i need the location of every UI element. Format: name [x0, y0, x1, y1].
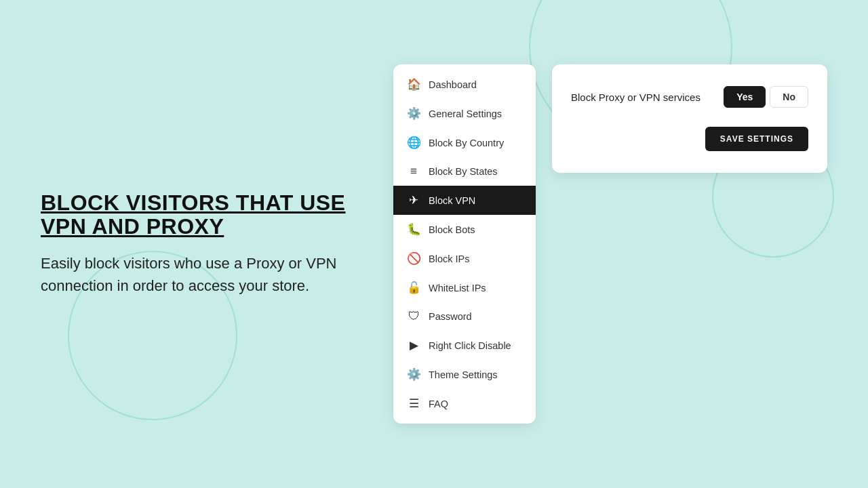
sidebar-item-block-vpn[interactable]: ✈ Block VPN	[393, 186, 536, 215]
sidebar-label-password: Password	[429, 311, 522, 322]
vpn-icon: ✈	[407, 193, 420, 207]
vpn-setting-label: Block Proxy or VPN services	[571, 92, 701, 103]
filter-icon: ≡	[407, 165, 420, 178]
unlock-icon: 🔓	[407, 281, 420, 295]
sidebar-label-block-ips: Block IPs	[429, 253, 522, 264]
right-section: 🏠 Dashboard ⚙️ General Settings 🌐 Block …	[393, 64, 827, 424]
page-description: Easily block visitors who use a Proxy or…	[41, 252, 353, 297]
sidebar-item-dashboard[interactable]: 🏠 Dashboard	[393, 70, 536, 99]
sidebar-label-block-by-states: Block By States	[429, 166, 522, 177]
shield-icon: 🛡	[407, 310, 420, 323]
sidebar-item-block-ips[interactable]: 🚫 Block IPs	[393, 244, 536, 273]
no-button[interactable]: No	[770, 86, 808, 108]
home-icon: 🏠	[407, 77, 420, 92]
sidebar-label-block-bots: Block Bots	[429, 224, 522, 235]
globe-icon: 🌐	[407, 136, 420, 150]
sidebar-label-block-vpn: Block VPN	[429, 195, 522, 206]
content-panel: Block Proxy or VPN services Yes No SAVE …	[552, 64, 827, 173]
block-icon: 🚫	[407, 251, 420, 266]
sidebar-label-right-click-disable: Right Click Disable	[429, 340, 522, 351]
sidebar-label-dashboard: Dashboard	[429, 79, 522, 90]
sidebar-label-theme-settings: Theme Settings	[429, 369, 522, 380]
sidebar-item-block-by-country[interactable]: 🌐 Block By Country	[393, 128, 536, 157]
bot-icon: 🐛	[407, 222, 420, 237]
page-title: BLOCK VISITORS THAT USE VPN AND PROXY	[41, 191, 353, 239]
sidebar-item-block-bots[interactable]: 🐛 Block Bots	[393, 215, 536, 244]
sidebar-item-theme-settings[interactable]: ⚙️ Theme Settings	[393, 360, 536, 389]
sidebar-item-faq[interactable]: ☰ FAQ	[393, 389, 536, 418]
sidebar-item-general-settings[interactable]: ⚙️ General Settings	[393, 99, 536, 128]
menu-icon: ☰	[407, 396, 420, 411]
sidebar-label-block-by-country: Block By Country	[429, 138, 522, 148]
sidebar-item-block-by-states[interactable]: ≡ Block By States	[393, 157, 536, 186]
sidebar: 🏠 Dashboard ⚙️ General Settings 🌐 Block …	[393, 64, 536, 424]
settings-icon: ⚙️	[407, 367, 420, 382]
sidebar-label-faq: FAQ	[429, 399, 522, 409]
sidebar-item-password[interactable]: 🛡 Password	[393, 302, 536, 331]
vpn-setting-row: Block Proxy or VPN services Yes No	[571, 86, 808, 108]
cursor-icon: ▶	[407, 338, 420, 352]
sidebar-item-whitelist-ips[interactable]: 🔓 WhiteList IPs	[393, 273, 536, 302]
sidebar-label-general-settings: General Settings	[429, 108, 522, 119]
left-section: BLOCK VISITORS THAT USE VPN AND PROXY Ea…	[41, 191, 366, 297]
toggle-group: Yes No	[724, 86, 808, 108]
sidebar-item-right-click-disable[interactable]: ▶ Right Click Disable	[393, 331, 536, 360]
sidebar-label-whitelist-ips: WhiteList IPs	[429, 283, 522, 293]
main-layout: BLOCK VISITORS THAT USE VPN AND PROXY Ea…	[0, 0, 868, 488]
save-settings-button[interactable]: SAVE SETTINGS	[705, 127, 808, 151]
yes-button[interactable]: Yes	[724, 86, 766, 108]
gear-icon: ⚙️	[407, 106, 420, 121]
